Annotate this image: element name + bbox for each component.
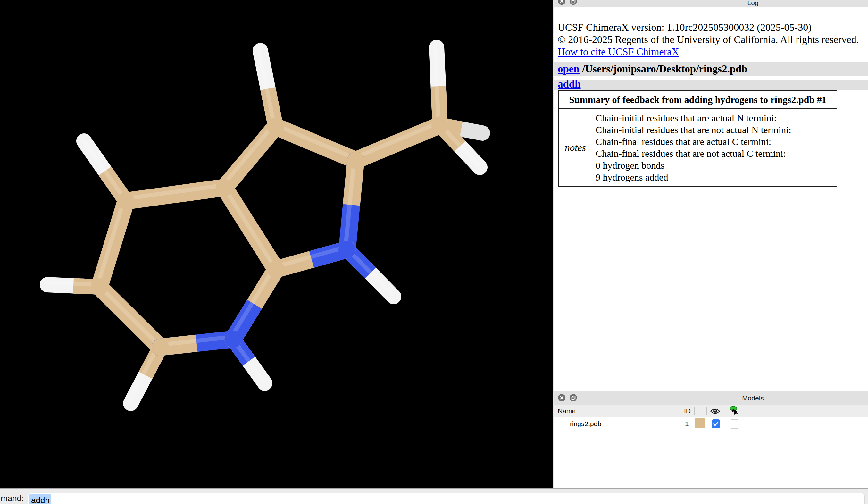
command-label: mand: — [1, 493, 24, 503]
chimerax-window: Log UCSF ChimeraX version: 1.10rc2025053… — [0, 0, 868, 504]
models-panel: Models Name ID rings2.pdb 1 — [554, 391, 868, 487]
log-content[interactable]: UCSF ChimeraX version: 1.10rc20250530003… — [554, 7, 868, 391]
open-command-link[interactable]: open — [558, 63, 579, 75]
undock-icon[interactable] — [570, 0, 577, 5]
model-name[interactable]: rings2.pdb — [570, 420, 601, 428]
model-id: 1 — [685, 420, 689, 428]
model-shown-checkbox[interactable] — [712, 419, 720, 428]
models-title: Models — [734, 394, 772, 402]
model-row[interactable]: rings2.pdb 1 — [554, 417, 868, 431]
model-selected-checkbox[interactable] — [730, 419, 739, 429]
graphics-viewport[interactable] — [0, 0, 553, 488]
select-hand-icon[interactable] — [730, 406, 739, 418]
close-icon[interactable] — [558, 0, 566, 5]
log-title: Log — [734, 0, 772, 7]
version-line: UCSF ChimeraX version: 1.10rc20250530003… — [558, 21, 812, 33]
column-id[interactable]: ID — [684, 407, 691, 415]
molecule-stick-model[interactable] — [0, 0, 553, 488]
addh-feedback-table: Summary of feedback from adding hydrogen… — [558, 90, 837, 187]
close-icon[interactable] — [558, 394, 566, 401]
log-titlebar: Log — [554, 0, 868, 7]
command-echo-addh: addh — [554, 80, 868, 90]
command-input-selected-text: addh — [30, 494, 51, 504]
copyright-line: © 2016-2025 Regents of the University of… — [558, 34, 859, 45]
cite-line: How to cite UCSF ChimeraX — [558, 46, 679, 58]
log-panel: Log UCSF ChimeraX version: 1.10rc2025053… — [554, 0, 868, 391]
model-color-swatch[interactable] — [695, 418, 705, 428]
eye-icon[interactable] — [710, 408, 720, 416]
feedback-notes: Chain-initial residues that are actual N… — [592, 109, 837, 187]
models-header-row: Name ID — [554, 405, 868, 417]
column-name[interactable]: Name — [558, 407, 576, 415]
command-bar: mand: addh — [0, 488, 868, 504]
open-command-args: /Users/jonipsaro/Desktop/rings2.pdb — [582, 63, 747, 75]
command-echo-open: open /Users/jonipsaro/Desktop/rings2.pdb — [554, 62, 868, 76]
addh-command-link[interactable]: addh — [558, 78, 581, 90]
feedback-row-label: notes — [559, 109, 592, 187]
command-input[interactable]: addh — [28, 493, 865, 504]
feedback-table-title: Summary of feedback from adding hydrogen… — [559, 91, 837, 109]
models-titlebar: Models — [554, 391, 868, 405]
cite-chimerax-link[interactable]: How to cite UCSF ChimeraX — [558, 46, 679, 58]
undock-icon[interactable] — [570, 394, 577, 401]
